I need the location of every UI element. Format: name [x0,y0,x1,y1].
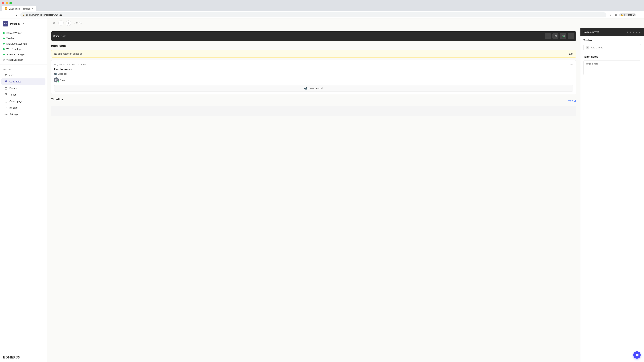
team-notes-title: Team notes [584,55,641,58]
job-dot [3,48,5,50]
sidebar-item-label: Settings [10,113,18,116]
attendee-initials: SS [55,79,58,81]
sidebar-item-insights[interactable]: Insights [1,105,46,111]
sidebar-item-events[interactable]: Events [1,85,46,91]
timeline-header: Timeline View all [51,98,576,104]
jobs-icon: ⊞ [4,73,8,77]
star-5[interactable]: ★ [639,30,641,33]
edit-retention-btn[interactable]: Edit [569,52,573,55]
prev-candidate-btn[interactable]: ↑ [58,20,64,26]
workspace-dropdown-icon: ▾ [23,22,24,25]
address-bar[interactable]: 🔒 app.homerun.co/candidates/5425511 [20,12,606,17]
stage-select[interactable]: Stage: New ▾ [53,35,541,37]
stage-divider [543,34,543,38]
highlights-title: Highlights [51,44,576,48]
tab-bar: H Candidates · Homerun ✕ + [0,6,644,11]
close-browser-btn[interactable] [2,2,4,4]
close-candidate-btn[interactable]: ✕ [51,20,56,26]
video-join-icon: 📹 [304,87,307,90]
next-candidate-btn[interactable]: ↓ [66,20,71,26]
events-icon [4,86,8,90]
extensions-btn[interactable]: ⧉ [614,12,618,17]
back-btn[interactable]: ← [2,12,7,17]
tab-close-btn[interactable]: ✕ [32,7,34,10]
browser-titlebar [0,0,644,6]
add-todo-plus-icon: + [586,46,589,49]
calendar-btn[interactable] [560,33,566,39]
join-video-call-btn[interactable]: 📹 Join video call [54,85,574,91]
job-item-content-writer[interactable]: Content Writer [0,30,47,36]
sidebar-item-candidates[interactable]: Candidates [1,78,46,85]
content-area: Stage: New ▾ — ✉ ··· [47,28,644,362]
job-name: Account Manager [6,53,25,56]
sidebar-item-jobs[interactable]: ⊞ Jobs [1,72,46,78]
stage-toolbar: Stage: New ▾ — ✉ ··· [51,31,576,41]
team-notes-section: Team notes [584,55,641,76]
reject-btn[interactable]: — [545,33,551,39]
brand-logo-text: HOMERUN [3,356,44,359]
candidate-counter: 2 of 15 [74,22,82,25]
new-tab-btn[interactable]: + [37,7,42,11]
attendee-check-icon: ✓ [57,81,59,83]
job-dot [3,54,5,55]
workspace-header[interactable]: MM Moodjoy ▾ [0,18,47,29]
star-rating[interactable]: ★ ★ ★ ★ ★ [626,30,641,33]
interview-type: 📹 Video call [54,72,574,75]
interview-menu-btn[interactable]: ··· [570,63,574,66]
job-dot [3,32,5,34]
sidebar: MM Moodjoy ▾ Content Writer Teacher Mark… [0,18,47,362]
timeline-title: Timeline [51,98,63,101]
reload-btn[interactable]: ↻ [14,12,19,17]
warning-text: No data retention period set [54,52,83,55]
review-text: No review yet [584,30,599,33]
view-all-timeline-btn[interactable]: View all [568,99,576,102]
incognito-badge[interactable]: 🕵 Incognito (2) [619,13,636,16]
candidates-icon [4,80,8,83]
join-btn-label: Join video call [308,87,323,90]
jobs-list: Content Writer Teacher Marketing Associa… [0,29,47,64]
sidebar-item-settings[interactable]: Settings [1,111,46,117]
star-1[interactable]: ★ [626,30,629,33]
email-btn[interactable]: ✉ [552,33,558,39]
job-item-marketing-associate[interactable]: Marketing Associate [0,41,47,46]
sidebar-item-todos[interactable]: To-dos [1,91,46,98]
more-actions-btn[interactable]: ··· [568,33,574,39]
job-item-account-manager[interactable]: Account Manager [0,52,47,57]
minimize-browser-btn[interactable] [6,2,8,4]
insights-icon [4,106,8,109]
review-header: No review yet ★ ★ ★ ★ ★ [580,28,644,36]
browser-controls [2,2,12,4]
add-todo-btn[interactable]: + Add a to-do [584,44,641,51]
sidebar-item-career-page[interactable]: Career page [1,98,46,104]
sidebar-nav: Moodjoy ⊞ Jobs Candidates [0,65,47,120]
menu-btn[interactable]: ⋮ [637,12,642,17]
todos-section: To-dos + Add a to-do [584,39,641,51]
star-3[interactable]: ★ [632,30,635,33]
job-dot [3,59,5,61]
attendee-count: 1 yes [60,79,66,81]
sidebar-item-label: Insights [10,106,18,109]
data-retention-warning: No data retention period set Edit [51,50,576,58]
bookmark-btn[interactable]: ☆ [608,12,612,17]
tab-favicon: H [5,7,8,10]
chat-support-btn[interactable] [633,351,641,359]
job-item-visual-designer[interactable]: Visual Designer [0,57,47,62]
incognito-label: Incognito (2) [624,14,635,16]
topbar: ✕ ↑ ↓ 2 of 15 [47,18,644,28]
job-item-web-developer[interactable]: Web Developer [0,46,47,52]
maximize-browser-btn[interactable] [10,2,12,4]
job-name: Content Writer [6,32,22,34]
sidebar-item-label: Career page [10,100,22,103]
job-item-teacher[interactable]: Teacher [0,36,47,41]
sidebar-scroll: Content Writer Teacher Marketing Associa… [0,29,47,353]
star-4[interactable]: ★ [636,30,638,33]
forward-btn[interactable]: → [8,12,13,17]
interview-datetime: Sat, Jan 20 · 9:30 am - 10:15 am [54,63,86,66]
star-2[interactable]: ★ [630,30,632,33]
team-notes-input[interactable] [584,60,641,75]
active-tab[interactable]: H Candidates · Homerun ✕ [2,6,36,11]
sidebar-item-label: To-dos [10,93,16,96]
timeline-placeholder [51,106,576,116]
add-todo-placeholder: Add a to-do [591,46,603,49]
job-name: Marketing Associate [6,42,27,45]
